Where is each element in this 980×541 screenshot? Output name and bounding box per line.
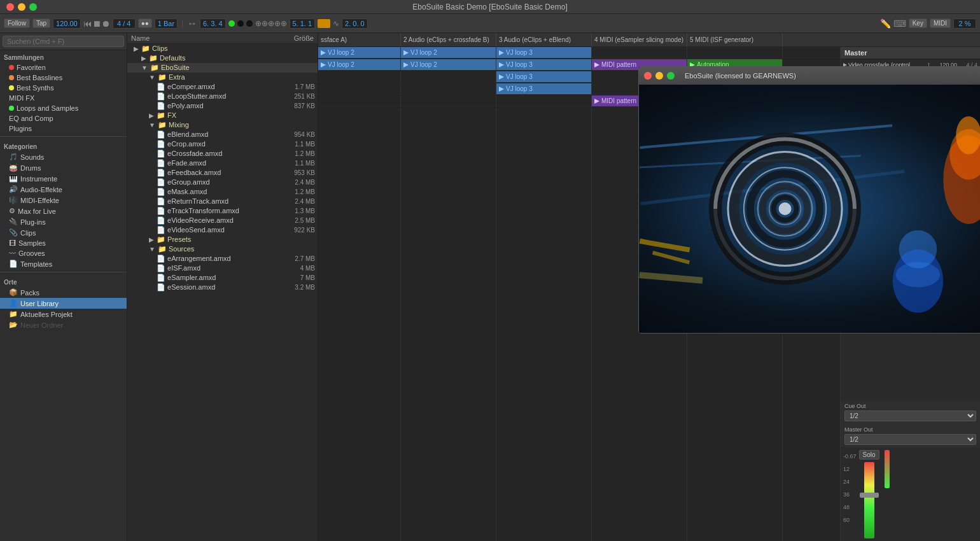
list-item[interactable]: 📄 eComper.amxd 1.7 MB xyxy=(127,82,318,92)
browser-item-userlibrary[interactable]: 👤User Library xyxy=(0,298,127,309)
list-item[interactable]: 📄 eBlend.amxd 954 KB xyxy=(127,130,318,139)
list-item[interactable]: 📄 eSession.amxd 3.2 MB xyxy=(127,283,318,292)
browser-item-audioeffekte[interactable]: 🔊Audio-Effekte xyxy=(0,184,127,195)
zoom-display[interactable]: 2 % xyxy=(953,18,976,29)
list-item[interactable]: ▶ 📁 Defaults xyxy=(127,53,318,63)
tap-button[interactable]: Tap xyxy=(32,18,50,28)
list-item[interactable]: 📄 eSampler.amxd 7 MB xyxy=(127,273,318,283)
search-bar xyxy=(0,33,127,50)
master-out-select[interactable]: 1/2 xyxy=(844,434,976,445)
time-sig[interactable]: 4 / 4 xyxy=(113,18,136,29)
clip-slot[interactable]: VJ loop 2 xyxy=(318,47,400,59)
list-item[interactable]: ▶ 📁 Clips xyxy=(127,44,318,53)
position-display: 6. 3. 4 xyxy=(200,18,226,29)
list-item[interactable]: 📄 eGroup.amxd 2.4 MB xyxy=(127,178,318,187)
clip-slot[interactable]: VJ loop 3 xyxy=(496,71,591,83)
col-header-4: 4 MIDI (eSampler slicing mode) xyxy=(592,33,687,46)
list-item[interactable]: 📄 eTrackTransform.amxd 1.3 MB xyxy=(127,206,318,216)
categories-title: Kategorien xyxy=(0,139,127,151)
clip-slot[interactable]: VJ loop 3 xyxy=(496,59,591,71)
browser-item-plugins2[interactable]: 🔌Plug-ins xyxy=(0,216,127,227)
list-item[interactable]: 📄 eLoopStutter.amxd 251 KB xyxy=(127,92,318,101)
midieffekte-label: MIDI-Effekte xyxy=(20,197,59,204)
bar-display[interactable]: 1 Bar xyxy=(155,18,178,29)
level-meter xyxy=(864,462,874,538)
bpm-display[interactable]: 120.00 xyxy=(53,18,81,29)
browser-item-loops[interactable]: Loops and Samples xyxy=(0,103,127,113)
clip-slot[interactable] xyxy=(687,47,782,59)
clip-slot[interactable] xyxy=(318,83,400,95)
list-item[interactable]: 📄 ePoly.amxd 837 KB xyxy=(127,101,318,111)
list-item[interactable]: 📄 eISF.amxd 4 MB xyxy=(127,263,318,273)
clip-slot[interactable]: VJ loop 2 xyxy=(401,47,496,59)
list-item[interactable]: ▼ 📁 Mixing xyxy=(127,120,318,130)
col-name-header: Name xyxy=(131,34,269,42)
clip-slot[interactable] xyxy=(318,95,400,107)
browser-item-templates[interactable]: 📄Templates xyxy=(0,258,127,269)
clip-slot[interactable] xyxy=(496,95,591,107)
close-button[interactable] xyxy=(6,3,14,11)
browser-item-grooves[interactable]: 〰Grooves xyxy=(0,248,127,258)
list-item[interactable]: ▶ 📁 Presets xyxy=(127,235,318,244)
browser-item-aktuellesprojekt[interactable]: 📁Aktuelles Projekt xyxy=(0,309,127,320)
play-icon xyxy=(403,50,409,55)
list-item[interactable]: 📄 eCrossfade.amxd 1.2 MB xyxy=(127,149,318,158)
browser-item-midieffekte[interactable]: 🎼MIDI-Effekte xyxy=(0,195,127,206)
cue-out-select[interactable]: 1/2 xyxy=(844,411,976,421)
key-button[interactable]: Key xyxy=(909,18,927,28)
clip-slot[interactable]: VJ loop 2 xyxy=(318,59,400,71)
minimize-button[interactable] xyxy=(18,3,25,11)
file-eloopstutter-size: 251 KB xyxy=(270,93,315,100)
browser-item-samples[interactable]: 🎞Samples xyxy=(0,238,127,248)
window-title: EboSuite Basic Demo [EboSuite Basic Demo… xyxy=(412,3,567,11)
list-item[interactable]: 📄 eFade.amxd 1.1 MB xyxy=(127,158,318,168)
browser-item-instrumente[interactable]: 🎹Instrumente xyxy=(0,173,127,184)
list-item[interactable]: 📄 eFeedback.amxd 953 KB xyxy=(127,168,318,178)
clip-slot[interactable] xyxy=(401,95,496,107)
fader-handle[interactable] xyxy=(860,493,879,498)
clip-slot[interactable]: VJ loop 2 xyxy=(401,59,496,71)
list-item[interactable]: 📄 eVideoReceive.amxd 2.5 MB xyxy=(127,216,318,225)
browser-item-midifx[interactable]: MIDI FX xyxy=(0,93,127,103)
browser-item-plugins[interactable]: Plugins xyxy=(0,123,127,134)
browser-item-favoriten[interactable]: Favoriten xyxy=(0,62,127,73)
browser-item-sounds[interactable]: 🎵Sounds xyxy=(0,151,127,162)
list-item[interactable]: ▼ 📁 Sources xyxy=(127,244,318,254)
list-item[interactable]: ▼ 📁 Extra xyxy=(127,73,318,82)
clip-slot[interactable]: VJ loop 3 xyxy=(496,47,591,59)
clip-slot[interactable] xyxy=(401,71,496,83)
list-item[interactable]: 📄 eCrop.amxd 1.1 MB xyxy=(127,139,318,149)
col-header-2: 2 Audio (eClips + crossfade B) xyxy=(401,33,496,46)
preview-minimize-button[interactable] xyxy=(655,72,663,80)
browser-item-basslines[interactable]: Best Basslines xyxy=(0,73,127,83)
browser-item-eq[interactable]: EQ and Comp xyxy=(0,113,127,123)
browser-item-drums[interactable]: 🥁Drums xyxy=(0,162,127,173)
clip-slot[interactable] xyxy=(592,47,687,59)
search-input[interactable] xyxy=(3,36,124,47)
clip-slot[interactable] xyxy=(318,71,400,83)
follow-button[interactable]: Follow xyxy=(4,18,30,28)
fullscreen-button[interactable] xyxy=(29,3,37,11)
clip-slot[interactable] xyxy=(401,83,496,95)
browser-item-maxforlive[interactable]: ⚙Max for Live xyxy=(0,206,127,216)
browser-item-packs[interactable]: 📦Packs xyxy=(0,287,127,298)
position3-display: 2. 0. 0 xyxy=(342,18,368,29)
play-icon xyxy=(594,62,599,67)
browser-item-synths[interactable]: Best Synths xyxy=(0,83,127,93)
clip-slot[interactable]: VJ loop 3 xyxy=(496,83,591,95)
list-item[interactable]: 📄 eMask.amxd 1.2 MB xyxy=(127,187,318,197)
list-item[interactable]: 📄 eArrangement.amxd 2.7 MB xyxy=(127,254,318,263)
aktuellesprojekt-label: Aktuelles Projekt xyxy=(20,311,73,318)
browser-item-clips[interactable]: 📎Clips xyxy=(0,227,127,238)
browser-item-neuerordner[interactable]: 📂Neuer Ordner xyxy=(0,320,127,330)
folder-fx: 📁 FX xyxy=(157,111,269,120)
list-item[interactable]: ▶ 📁 FX xyxy=(127,111,318,120)
midi-button[interactable]: MIDI xyxy=(930,18,951,28)
preview-close-button[interactable] xyxy=(644,72,652,80)
file-eloopstutter: 📄 eLoopStutter.amxd xyxy=(157,92,269,101)
list-item[interactable]: 📄 eVideoSend.amxd 922 KB xyxy=(127,225,318,235)
preview-fullscreen-button[interactable] xyxy=(667,72,675,80)
solo-button[interactable]: Solo xyxy=(859,450,879,460)
list-item[interactable]: 📄 eReturnTrack.amxd 2.4 MB xyxy=(127,197,318,206)
list-item[interactable]: ▼ 📁 EboSuite xyxy=(127,63,318,73)
